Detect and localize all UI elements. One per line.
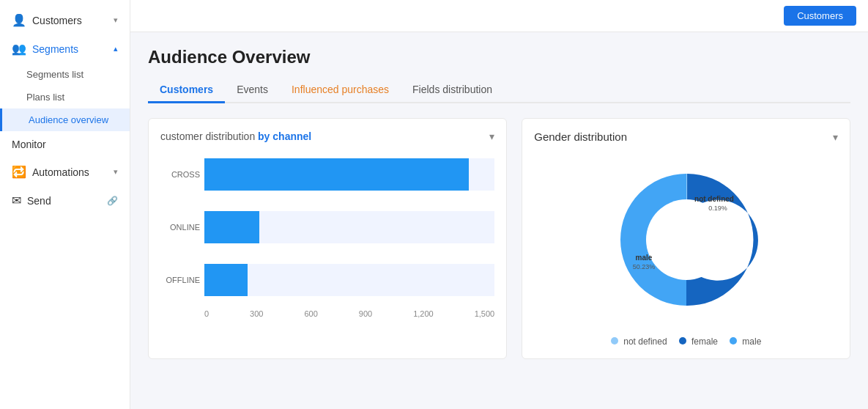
bar-fill-online xyxy=(204,211,259,243)
legend-item-female: female xyxy=(679,336,718,347)
chevron-down-icon: ▾ xyxy=(114,15,118,25)
x-label-300: 300 xyxy=(250,309,263,318)
sidebar-item-plans-list[interactable]: Plans list xyxy=(0,86,130,108)
legend-item-male: male xyxy=(730,336,761,347)
sidebar-item-segments-list[interactable]: Segments list xyxy=(0,63,130,86)
content-area: Audience Overview Customers Events Influ… xyxy=(130,32,868,409)
sidebar-item-segments[interactable]: 👥 Segments ▴ xyxy=(0,34,130,63)
page-title: Audience Overview xyxy=(148,47,850,67)
bar-bg-offline xyxy=(204,264,494,296)
bar-row-cross: CROSS xyxy=(204,158,494,191)
segments-icon: 👥 xyxy=(12,42,26,56)
donut-legend: not defined female male xyxy=(611,336,761,347)
donut-svg-wrap: not defined 0.19% female 49.58% male 50.… xyxy=(598,152,774,328)
sidebar-segments-label: Segments xyxy=(32,43,78,55)
bar-chart-title-highlight: by channel xyxy=(258,130,311,142)
bar-label-offline: OFFLINE xyxy=(162,276,200,284)
automations-label: Automations xyxy=(32,166,89,178)
donut-container: not defined 0.19% female 49.58% male 50.… xyxy=(534,152,838,347)
bar-card-collapse-icon[interactable]: ▾ xyxy=(489,130,494,142)
bar-chart-card: customer distribution by channel ▾ CROSS xyxy=(148,118,507,359)
bar-chart-area: CROSS ONLINE xyxy=(160,151,494,340)
top-bar: Customers xyxy=(130,0,868,32)
monitor-label: Monitor xyxy=(12,139,46,150)
chevron-up-icon: ▴ xyxy=(114,44,118,54)
label-not-defined: not defined xyxy=(694,195,734,203)
bar-row-online: ONLINE xyxy=(204,211,494,243)
legend-label-not-defined: not defined xyxy=(623,336,667,347)
x-label-600: 600 xyxy=(304,309,317,318)
chevron-down-icon-2: ▾ xyxy=(114,167,118,177)
donut-card-collapse-icon[interactable]: ▾ xyxy=(833,131,838,143)
x-label-900: 900 xyxy=(359,309,372,318)
tab-fields-distribution[interactable]: Fields distribution xyxy=(401,78,504,103)
sidebar-item-send[interactable]: ✉ Send 🔗 xyxy=(0,186,130,215)
x-label-1500: 1,500 xyxy=(475,309,495,318)
donut-chart-card: Gender distribution ▾ xyxy=(522,118,850,359)
x-label-0: 0 xyxy=(204,309,209,318)
label-female-pct: 49.58% xyxy=(715,241,738,248)
audience-overview-label: Audience overview xyxy=(29,114,108,125)
segments-list-label: Segments list xyxy=(26,69,84,80)
customers-icon: 👤 xyxy=(12,13,26,27)
donut-svg: not defined 0.19% female 49.58% male 50.… xyxy=(598,152,774,328)
automations-icon: 🔁 xyxy=(12,165,26,179)
legend-item-not-defined: not defined xyxy=(611,336,667,347)
bar-bg-online xyxy=(204,211,494,243)
sidebar: 👤 Customers ▾ 👥 Segments ▴ Segments list… xyxy=(0,0,130,409)
label-not-defined-pct: 0.19% xyxy=(708,204,727,212)
label-male-pct: 50.23% xyxy=(632,263,655,270)
label-male: male xyxy=(635,254,652,262)
label-female: female xyxy=(715,232,738,240)
plans-list-label: Plans list xyxy=(26,92,64,103)
sidebar-item-automations[interactable]: 🔁 Automations ▾ xyxy=(0,158,130,186)
tabs-row: Customers Events Influenced purchases Fi… xyxy=(148,78,850,103)
sidebar-item-customers[interactable]: 👤 Customers ▾ xyxy=(0,6,130,34)
bar-bg-cross xyxy=(204,158,494,191)
donut-card-header: Gender distribution ▾ xyxy=(534,130,838,143)
bar-rows: CROSS ONLINE xyxy=(160,151,494,303)
legend-dot-male xyxy=(730,337,737,344)
bar-card-header: customer distribution by channel ▾ xyxy=(160,130,494,142)
tab-events[interactable]: Events xyxy=(225,78,280,103)
tab-customers[interactable]: Customers xyxy=(148,78,225,103)
main-content: Customers Audience Overview Customers Ev… xyxy=(130,0,868,409)
send-icon: ✉ xyxy=(12,194,21,207)
x-label-1200: 1,200 xyxy=(413,309,434,318)
donut-chart-title: Gender distribution xyxy=(534,130,627,143)
bar-chart-title: customer distribution by channel xyxy=(160,130,311,142)
sidebar-item-monitor[interactable]: Monitor xyxy=(0,131,130,158)
sidebar-item-audience-overview[interactable]: Audience overview xyxy=(0,108,130,131)
legend-dot-female xyxy=(679,337,686,344)
legend-dot-not-defined xyxy=(611,337,618,344)
sidebar-customers-label: Customers xyxy=(32,15,82,26)
bar-fill-cross xyxy=(204,158,469,191)
legend-label-male: male xyxy=(742,336,761,347)
x-axis: 0 300 600 900 1,200 1,500 xyxy=(160,309,494,318)
bar-label-online: ONLINE xyxy=(162,223,200,232)
link-icon: 🔗 xyxy=(107,196,118,206)
bar-row-offline: OFFLINE xyxy=(204,264,494,296)
tab-influenced-purchases[interactable]: Influenced purchases xyxy=(280,78,401,103)
bar-fill-offline xyxy=(204,264,248,296)
charts-row: customer distribution by channel ▾ CROSS xyxy=(148,118,850,359)
legend-label-female: female xyxy=(691,336,718,347)
send-label: Send xyxy=(27,195,51,207)
bar-label-cross: CROSS xyxy=(162,170,200,179)
customers-breadcrumb-button[interactable]: Customers xyxy=(784,6,856,26)
